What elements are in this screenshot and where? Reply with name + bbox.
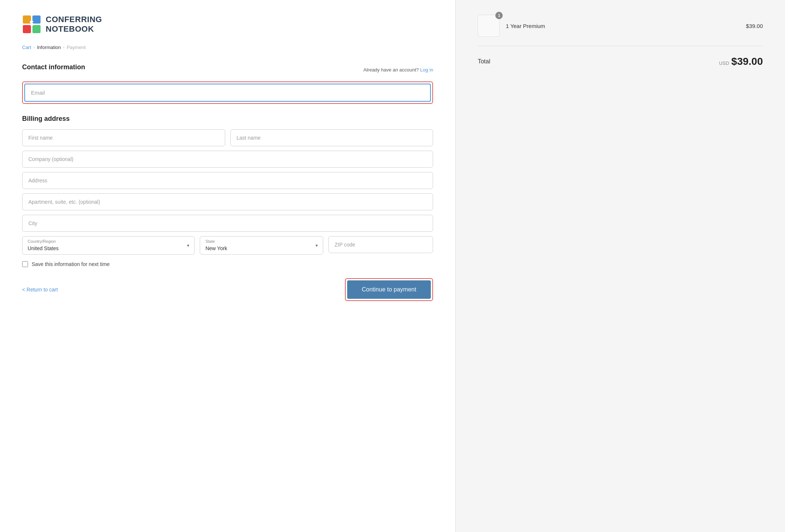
product-name: 1 Year Premium bbox=[506, 23, 740, 29]
country-field: Country/Region United States ▼ bbox=[22, 236, 195, 255]
svg-text:$: $ bbox=[29, 19, 34, 27]
total-amount: $39.00 bbox=[731, 56, 763, 67]
city-field bbox=[22, 215, 433, 232]
breadcrumb-information: Information bbox=[37, 45, 61, 50]
company-input[interactable] bbox=[22, 151, 433, 168]
state-field: State New York ▼ bbox=[200, 236, 323, 255]
form-footer: < Return to cart Continue to payment bbox=[22, 278, 433, 301]
address-input[interactable] bbox=[22, 172, 433, 189]
geo-row: Country/Region United States ▼ State New… bbox=[22, 236, 433, 255]
state-select-wrapper: State New York ▼ bbox=[200, 236, 323, 255]
return-to-cart-link[interactable]: < Return to cart bbox=[22, 287, 58, 293]
first-name-field bbox=[22, 129, 225, 146]
breadcrumb-sep-1: › bbox=[34, 45, 35, 49]
city-input[interactable] bbox=[22, 215, 433, 232]
state-select[interactable]: New York bbox=[200, 237, 323, 254]
country-select[interactable]: United States bbox=[22, 237, 194, 254]
address-field bbox=[22, 172, 433, 189]
apt-input[interactable] bbox=[22, 193, 433, 210]
email-wrapper bbox=[22, 81, 433, 104]
logo-icon: $ bbox=[22, 15, 41, 34]
country-select-wrapper: Country/Region United States ▼ bbox=[22, 236, 195, 255]
breadcrumb-sep-2: › bbox=[63, 45, 64, 49]
product-thumbnail: 1 bbox=[478, 15, 500, 37]
logo-area: $ Conferring NOTEBOOK bbox=[22, 15, 433, 34]
left-panel: $ Conferring NOTEBOOK Cart › Information… bbox=[0, 0, 455, 532]
already-account-text: Already have an account? Log in bbox=[363, 67, 433, 73]
total-price-area: USD $39.00 bbox=[719, 56, 763, 67]
breadcrumb-cart[interactable]: Cart bbox=[22, 45, 31, 50]
total-row: Total USD $39.00 bbox=[478, 53, 763, 67]
name-row bbox=[22, 129, 433, 146]
first-name-input[interactable] bbox=[22, 129, 225, 146]
contact-title: Contact information bbox=[22, 63, 85, 71]
product-price: $39.00 bbox=[746, 23, 763, 29]
breadcrumb: Cart › Information › Payment bbox=[22, 45, 433, 50]
total-label: Total bbox=[478, 58, 490, 65]
save-info-label: Save this information for next time bbox=[32, 261, 110, 267]
breadcrumb-payment: Payment bbox=[67, 45, 86, 50]
last-name-input[interactable] bbox=[230, 129, 433, 146]
email-input[interactable] bbox=[24, 84, 431, 102]
logo-text: Conferring NOTEBOOK bbox=[46, 15, 102, 34]
item-count-badge: 1 bbox=[495, 12, 503, 19]
save-info-checkbox[interactable] bbox=[22, 261, 28, 267]
billing-title: Billing address bbox=[22, 115, 433, 123]
zip-field bbox=[328, 236, 433, 255]
company-field bbox=[22, 151, 433, 168]
last-name-field bbox=[230, 129, 433, 146]
contact-header: Contact information Already have an acco… bbox=[22, 63, 433, 76]
total-currency: USD bbox=[719, 60, 729, 66]
continue-btn-wrapper: Continue to payment bbox=[345, 278, 433, 301]
order-item: 1 1 Year Premium $39.00 bbox=[478, 15, 763, 46]
save-info-row: Save this information for next time bbox=[22, 261, 433, 267]
right-panel: 1 1 Year Premium $39.00 Total USD $39.00 bbox=[455, 0, 785, 532]
apt-field bbox=[22, 193, 433, 210]
login-link[interactable]: Log in bbox=[420, 67, 433, 73]
continue-to-payment-button[interactable]: Continue to payment bbox=[347, 280, 431, 299]
zip-input[interactable] bbox=[328, 236, 433, 253]
